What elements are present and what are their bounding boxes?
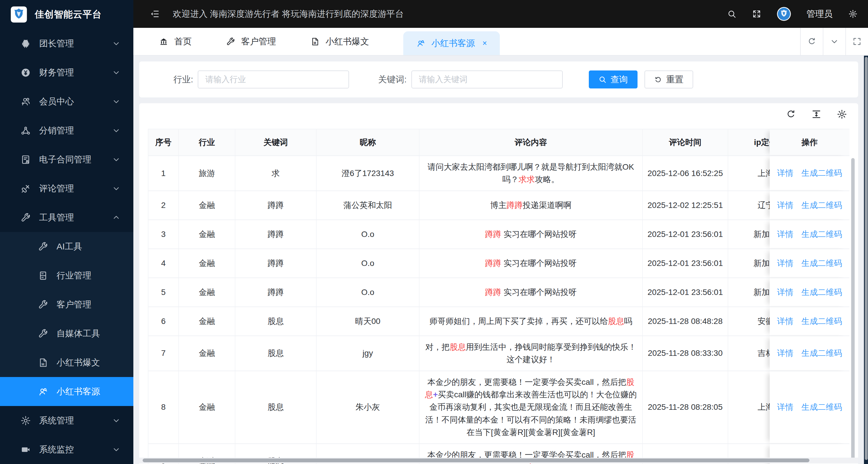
sidebar-item-media-tools[interactable]: 自媒体工具 (0, 319, 133, 348)
table-row: 1旅游求澄6了1723143请问大家去太阳湾都到哪儿啊？就是导航打到太阳湾就OK… (148, 156, 849, 191)
comment-cell: 对，把股息用到生活中，挣钱同时能享受到挣到钱的快乐！这个建议好！ (420, 336, 643, 371)
industry-cell: 金融 (179, 249, 236, 278)
sidebar-item-member-center[interactable]: 会员中心 (0, 87, 133, 116)
table-vertical-scrollbar-thumb[interactable] (851, 158, 855, 461)
detail-link[interactable]: 详情 (777, 348, 794, 359)
sidebar-item-finance[interactable]: 财务管理 (0, 58, 133, 87)
detail-link[interactable]: 详情 (777, 167, 794, 179)
detail-link[interactable]: 详情 (777, 287, 794, 298)
actions-cell: 详情生成二维码 (770, 278, 849, 307)
sidebar-item-label: 团长管理 (39, 38, 74, 50)
comment-time-cell: 2025-11-28 08:28:05 (643, 371, 728, 443)
sidebar-item-label: 客户管理 (57, 299, 91, 311)
tabbar-control-refresh-icon[interactable] (800, 28, 823, 55)
sidebar-item-label: 工具管理 (39, 212, 74, 224)
table-toolbar (786, 109, 847, 120)
sidebar-item-ai-tools[interactable]: AI工具 (0, 232, 133, 261)
table-row: 8金融股息朱小灰本金少的朋友，更需要稳！一定要学会买卖call，然后把股息+买卖… (148, 371, 849, 444)
reset-button[interactable]: 重置 (645, 70, 693, 88)
sidebar-item-label: 系统监控 (39, 444, 74, 456)
keyword-cell: 股息 (236, 336, 317, 371)
tab-xhs-customer[interactable]: 小红书客源× (403, 31, 500, 55)
wrench-icon (226, 37, 236, 47)
sidebar-item-xhs-customer[interactable]: 小红书客源 (0, 377, 133, 406)
table-row: 6金融股息晴天00师哥师姐们，周上周下买了卖掉，再买，还可以给股息吗2025-1… (148, 307, 849, 336)
comment-time-cell: 2025-12-06 16:52:25 (643, 156, 728, 190)
gear-icon[interactable] (837, 109, 847, 120)
detail-link[interactable]: 详情 (777, 402, 794, 413)
sidebar-item-group-leader[interactable]: 团长管理 (0, 29, 133, 58)
industry-cell: 金融 (179, 220, 236, 249)
tab-xhs-article[interactable]: M小红书爆文 (310, 36, 369, 48)
avatar[interactable] (777, 7, 791, 21)
nickname-cell: 澄6了1723143 (317, 156, 420, 190)
topbar-actions: 管理员 (727, 7, 858, 21)
column-header: 评论内容 (420, 129, 643, 155)
sidebar-item-system[interactable]: 系统管理 (0, 406, 133, 435)
tab-home[interactable]: 首页 (159, 36, 192, 48)
detail-link[interactable]: 详情 (777, 316, 794, 327)
sidebar-item-monitor[interactable]: 系统监控 (0, 435, 133, 464)
chevron-down-icon (112, 39, 121, 48)
nickname-cell: 晴天00 (317, 307, 420, 336)
actions-cell: 详情生成二维码 (770, 249, 849, 278)
generate-qrcode-link[interactable]: 生成二维码 (802, 229, 842, 240)
sidebar-item-label: 小红书爆文 (57, 357, 100, 369)
sidebar-item-xhs-article[interactable]: M小红书爆文 (0, 348, 133, 377)
generate-qrcode-link[interactable]: 生成二维码 (802, 200, 842, 211)
row-number: 4 (149, 249, 179, 278)
detail-link[interactable]: 详情 (777, 258, 794, 269)
nickname-cell: 蒲公英和太阳 (317, 191, 420, 219)
generate-qrcode-link[interactable]: 生成二维码 (802, 258, 842, 269)
sidebar-item-tools[interactable]: 工具管理 (0, 203, 133, 232)
generate-qrcode-link[interactable]: 生成二维码 (802, 402, 842, 413)
sidebar-item-e-contract[interactable]: 电子合同管理 (0, 145, 133, 174)
industry-input[interactable] (198, 70, 349, 88)
comment-cell: 博主蹲蹲投递渠道啊啊 (420, 191, 643, 219)
user-add-icon (20, 96, 31, 107)
sidebar-item-industry[interactable]: 行业管理 (0, 261, 133, 290)
generate-qrcode-link[interactable]: 生成二维码 (802, 287, 842, 298)
keyword-cell: 蹲蹲 (236, 220, 317, 249)
username-label[interactable]: 管理员 (807, 8, 833, 20)
page-scrollbar-thumb[interactable] (865, 57, 868, 460)
detail-link[interactable]: 详情 (777, 200, 794, 211)
tab-label: 小红书爆文 (326, 36, 369, 48)
gear-icon[interactable] (848, 9, 858, 19)
refresh-icon[interactable] (786, 109, 796, 120)
sidebar-item-distribution[interactable]: 分销管理 (0, 116, 133, 145)
reset-icon (654, 75, 662, 84)
keyword-cell: 蹲蹲 (236, 278, 317, 307)
topbar: 欢迎进入 海南深度游先行者 将玩海南进行到底的深度游平台 管理员 (133, 0, 868, 28)
detail-link[interactable]: 详情 (777, 229, 794, 240)
wrench-icon (38, 299, 49, 310)
sidebar-item-comment[interactable]: 评论管理 (0, 174, 133, 203)
keyword-cell: 股息 (236, 371, 317, 443)
keyword-label: 关键词: (378, 74, 406, 86)
corner-expand-icon (852, 37, 862, 46)
collapse-menu-icon[interactable] (150, 9, 160, 19)
sidebar-item-label: 行业管理 (57, 270, 91, 282)
search-icon (598, 75, 607, 84)
sidebar-item-customer[interactable]: 客户管理 (0, 290, 133, 319)
tabbar-control-chevron-down-icon[interactable] (823, 28, 845, 55)
doc-m-icon: M (310, 37, 320, 47)
tab-customer[interactable]: 客户管理 (226, 36, 276, 48)
tabbar-control-corner-expand-icon[interactable] (845, 28, 868, 55)
generate-qrcode-link[interactable]: 生成二维码 (802, 348, 842, 359)
generate-qrcode-link[interactable]: 生成二维码 (802, 316, 842, 327)
search-button[interactable]: 查询 (589, 70, 638, 88)
table-horizontal-scrollbar-thumb[interactable] (143, 459, 809, 462)
row-height-icon[interactable] (811, 109, 822, 120)
table-row: 3金融蹲蹲O.o蹲蹲 实习在哪个网站投呀2025-12-01 23:56:01新… (148, 220, 849, 249)
chevron-down-icon (112, 97, 121, 106)
nickname-cell: O.o (317, 278, 420, 307)
search-icon[interactable] (727, 9, 736, 19)
keyword-input[interactable] (411, 70, 563, 88)
filter-panel: 行业: 关键词: 查询 重置 (139, 61, 858, 97)
chevron-down-icon (112, 155, 121, 164)
table-row: 2金融蹲蹲蒲公英和太阳博主蹲蹲投递渠道啊啊2025-12-02 12:25:51… (148, 191, 849, 220)
generate-qrcode-link[interactable]: 生成二维码 (802, 167, 842, 179)
fullscreen-expand-icon[interactable] (752, 9, 761, 19)
tab-close-icon[interactable]: × (483, 39, 487, 48)
